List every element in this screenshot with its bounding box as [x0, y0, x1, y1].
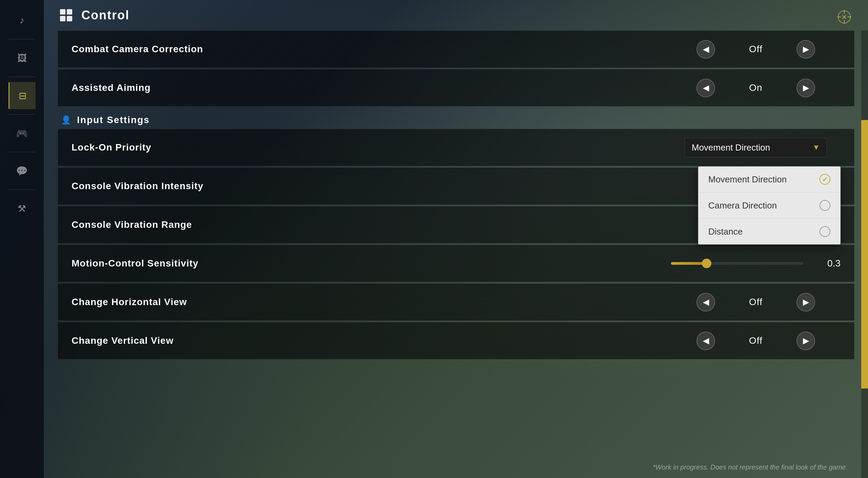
sidebar-item-image[interactable]: 🖼: [8, 44, 36, 72]
close-icon: [836, 8, 853, 25]
dropdown-chevron-icon: ▼: [812, 143, 820, 152]
page-title: Control: [81, 8, 130, 22]
change-vertical-view-row: Change Vertical View ◀ Off ▶: [58, 322, 854, 359]
combat-camera-right-btn[interactable]: ▶: [796, 40, 815, 59]
combat-camera-control: ◀ Off ▶: [671, 40, 841, 59]
svg-rect-0: [60, 9, 65, 15]
sidebar-item-gamepad[interactable]: 🎮: [8, 120, 36, 147]
dropdown-option-movement[interactable]: Movement Direction ✔: [698, 166, 841, 193]
change-horizontal-view-label: Change Horizontal View: [72, 297, 671, 307]
right-arrow-icon-3: ▶: [803, 297, 809, 307]
right-arrow-icon: ▶: [803, 44, 809, 54]
chat-icon: 💬: [16, 165, 28, 177]
assisted-aiming-label: Assisted Aiming: [72, 82, 671, 93]
settings-icon: ⊟: [19, 90, 26, 101]
lock-on-priority-value: Movement Direction: [692, 142, 770, 153]
motion-control-slider-fill: [671, 262, 707, 265]
change-horizontal-view-control: ◀ Off ▶: [671, 293, 841, 312]
header-icon: [58, 7, 75, 24]
assisted-aiming-row: Assisted Aiming ◀ On ▶: [58, 69, 854, 106]
lock-on-priority-dropdown[interactable]: Movement Direction ▼: [685, 138, 827, 157]
assisted-aiming-right-btn[interactable]: ▶: [796, 79, 815, 97]
svg-rect-1: [67, 9, 72, 15]
vertical-view-value: Off: [722, 335, 790, 346]
sidebar-divider-1: [9, 39, 35, 39]
motion-control-sensitivity-label: Motion-Control Sensitivity: [72, 258, 671, 269]
sidebar-item-music[interactable]: ♪: [8, 7, 36, 34]
motion-control-slider-container: 0.3: [671, 258, 841, 269]
lock-on-priority-control: Movement Direction ▼: [671, 138, 841, 157]
input-settings-header: 👤 Input Settings: [58, 108, 854, 129]
close-button[interactable]: [834, 7, 854, 27]
assisted-aiming-value: On: [722, 82, 790, 93]
motion-control-sensitivity-row: Motion-Control Sensitivity 0.3: [58, 245, 854, 282]
lock-on-priority-row: Lock-On Priority Movement Direction ▼ Mo…: [58, 129, 854, 166]
change-vertical-view-label: Change Vertical View: [72, 335, 671, 346]
scrollbar[interactable]: [861, 31, 868, 478]
motion-control-slider-thumb[interactable]: [702, 259, 711, 268]
sidebar-item-settings[interactable]: ⊟: [8, 82, 36, 109]
dropdown-option-distance[interactable]: Distance: [698, 219, 841, 244]
horizontal-view-left-btn[interactable]: ◀: [696, 293, 715, 312]
lock-on-priority-label: Lock-On Priority: [72, 142, 671, 153]
horizontal-view-value: Off: [722, 297, 790, 307]
scrollbar-thumb[interactable]: [861, 120, 868, 389]
sidebar-divider-2: [9, 77, 35, 77]
combat-camera-label: Combat Camera Correction: [72, 44, 671, 55]
sidebar: ♪ 🖼 ⊟ 🎮 💬 ⚒: [0, 0, 44, 478]
distance-option-label: Distance: [708, 226, 743, 237]
dropdown-option-camera[interactable]: Camera Direction: [698, 193, 841, 219]
vertical-view-right-btn[interactable]: ▶: [796, 332, 815, 350]
right-arrow-icon-2: ▶: [803, 83, 809, 93]
assisted-aiming-left-btn[interactable]: ◀: [696, 79, 715, 97]
change-horizontal-view-row: Change Horizontal View ◀ Off ▶: [58, 283, 854, 321]
header: Control: [44, 0, 868, 31]
sidebar-item-chat[interactable]: 💬: [8, 157, 36, 184]
vertical-view-left-btn[interactable]: ◀: [696, 332, 715, 350]
svg-rect-2: [60, 16, 65, 21]
sidebar-divider-3: [9, 114, 35, 115]
movement-direction-option-label: Movement Direction: [708, 174, 787, 185]
left-arrow-icon-2: ◀: [703, 83, 709, 93]
main-content: Control Combat Camera Correction: [44, 0, 868, 478]
settings-content: Combat Camera Correction ◀ Off ▶ Assiste…: [44, 31, 868, 478]
input-settings-title: Input Settings: [77, 115, 150, 125]
svg-rect-3: [67, 16, 72, 21]
music-icon: ♪: [20, 15, 24, 26]
combat-camera-left-btn[interactable]: ◀: [696, 40, 715, 59]
sidebar-divider-5: [9, 190, 35, 190]
right-arrow-icon-4: ▶: [803, 336, 809, 345]
lock-on-priority-dropdown-menu: Movement Direction ✔ Camera Direction Di…: [698, 166, 841, 244]
left-arrow-icon: ◀: [703, 44, 709, 54]
motion-control-slider-track[interactable]: [671, 262, 803, 265]
footer-note: *Work in progress. Does not represent th…: [653, 463, 848, 471]
gamepad-icon: 🎮: [16, 128, 28, 139]
person-icon: 👤: [61, 115, 72, 125]
check-icon: ✔: [822, 175, 828, 183]
assisted-aiming-control: ◀ On ▶: [671, 79, 841, 97]
distance-radio: [820, 226, 830, 237]
left-arrow-icon-4: ◀: [703, 336, 709, 345]
tools-icon: ⚒: [18, 203, 26, 214]
sidebar-divider-4: [9, 152, 35, 152]
camera-direction-option-label: Camera Direction: [708, 200, 777, 211]
console-vibration-range-label: Console Vibration Range: [72, 219, 671, 230]
console-vibration-intensity-label: Console Vibration Intensity: [72, 181, 671, 192]
left-arrow-icon-3: ◀: [703, 297, 709, 307]
camera-direction-radio: [820, 200, 830, 211]
combat-camera-value: Off: [722, 44, 790, 55]
sidebar-item-tools[interactable]: ⚒: [8, 195, 36, 222]
image-icon: 🖼: [17, 53, 27, 64]
combat-camera-row: Combat Camera Correction ◀ Off ▶: [58, 31, 854, 68]
movement-direction-radio: ✔: [820, 174, 830, 185]
motion-control-value: 0.3: [813, 258, 841, 269]
horizontal-view-right-btn[interactable]: ▶: [796, 293, 815, 312]
change-vertical-view-control: ◀ Off ▶: [671, 332, 841, 350]
